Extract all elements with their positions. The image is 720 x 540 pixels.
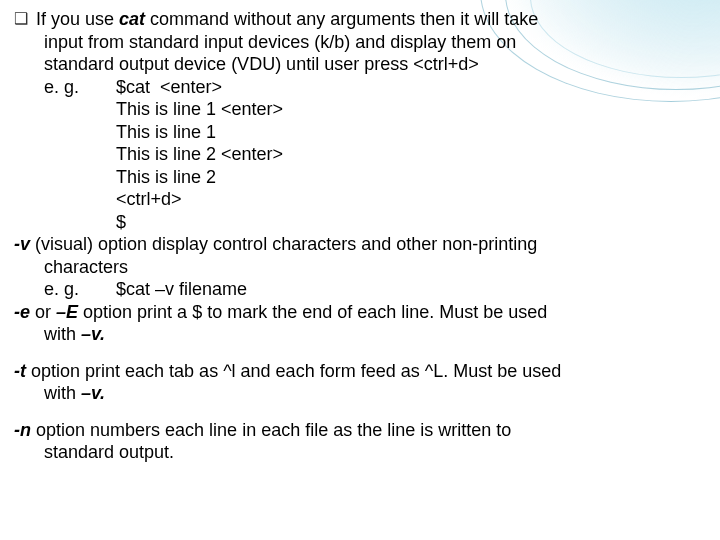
eg-line-4: This is line 2	[116, 166, 702, 189]
intro-text-1: If you use	[36, 9, 119, 29]
flag-n: -n	[14, 420, 31, 440]
intro-line-3: standard output device (VDU) until user …	[14, 53, 702, 76]
eg-line-0: $cat <enter>	[116, 76, 702, 99]
opt-e-with: with	[44, 324, 81, 344]
opt-v-line-2: characters	[14, 256, 702, 279]
eg-label-v: e. g.	[44, 278, 102, 301]
intro-text-2: command without any arguments then it wi…	[145, 9, 538, 29]
opt-n-line-2: standard output.	[14, 441, 702, 464]
opt-e-text-1: option print a $ to mark the end of each…	[78, 302, 547, 322]
bullet-icon: ❑	[14, 8, 36, 31]
opt-t: -t option print each tab as ^l and each …	[14, 360, 702, 405]
opt-t-vflag: –v.	[81, 383, 105, 403]
opt-e-mid: or	[30, 302, 56, 322]
opt-e: -e or –E option print a $ to mark the en…	[14, 301, 702, 324]
eg-line-5: <ctrl+d>	[116, 188, 702, 211]
opt-v: -v (visual) option display control chara…	[14, 233, 702, 256]
opt-n: -n option numbers each line in each file…	[14, 419, 702, 464]
opt-n-text-1: option numbers each line in each file as…	[31, 420, 511, 440]
opt-e-line-2: with –v.	[14, 323, 702, 346]
slide-content: ❑ If you use cat command without any arg…	[14, 8, 702, 464]
eg-line-2: This is line 1	[116, 121, 702, 144]
opt-e-vflag: –v.	[81, 324, 105, 344]
intro-line-1: If you use cat command without any argum…	[36, 8, 702, 31]
eg-cmd-v: $cat –v filename	[116, 278, 702, 301]
cmd-cat: cat	[119, 9, 145, 29]
flag-E: –E	[56, 302, 78, 322]
flag-e: -e	[14, 302, 30, 322]
opt-t-line-2: with –v.	[14, 382, 702, 405]
eg-line-6: $	[116, 211, 702, 234]
flag-v: -v	[14, 234, 30, 254]
opt-t-text-1: option print each tab as ^l and each for…	[26, 361, 561, 381]
eg-line-3: This is line 2 <enter>	[116, 143, 702, 166]
eg-line-1: This is line 1 <enter>	[116, 98, 702, 121]
eg-label: e. g.	[44, 76, 102, 234]
bullet-cat-intro: ❑ If you use cat command without any arg…	[14, 8, 702, 346]
opt-v-text-1: (visual) option display control characte…	[30, 234, 537, 254]
flag-t: -t	[14, 361, 26, 381]
intro-line-2: input from standard input devices (k/b) …	[14, 31, 702, 54]
opt-t-with: with	[44, 383, 81, 403]
